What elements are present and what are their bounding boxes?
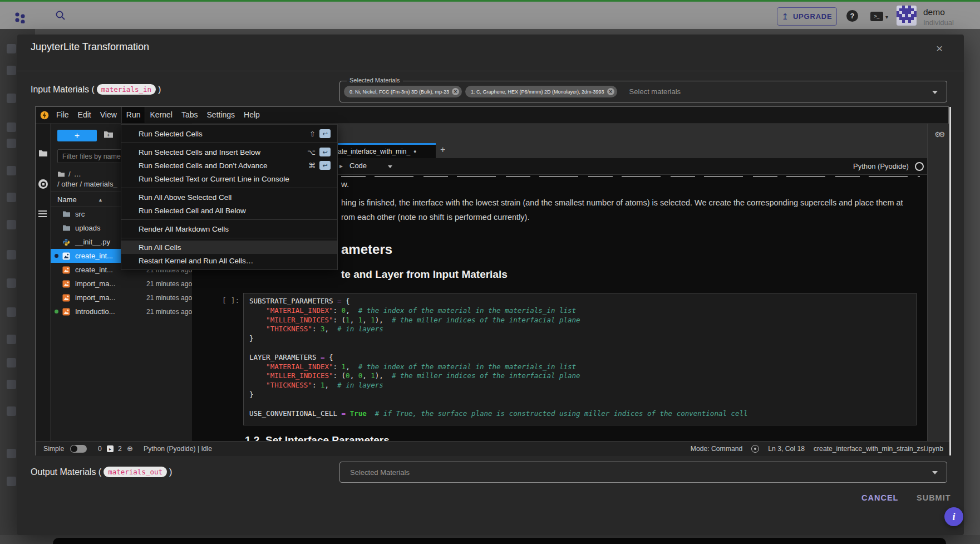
notifications-icon[interactable] — [751, 445, 759, 453]
web-icon[interactable]: ⊕ — [127, 444, 133, 453]
file-browser-icon[interactable] — [38, 149, 48, 158]
chevron-down-icon[interactable] — [932, 471, 938, 474]
menubar-item-edit[interactable]: Edit — [73, 107, 96, 123]
dimmed-sidebar-icon — [7, 44, 16, 53]
app-topbar: ↥ UPGRADE ? >_ ▾ demo Individual — [0, 2, 980, 29]
menubar-item-settings[interactable]: Settings — [203, 107, 240, 123]
app-screen: ↥ UPGRADE ? >_ ▾ demo Individual — [0, 0, 980, 544]
menubar-item-file[interactable]: File — [52, 107, 73, 123]
material-chips-row: 0: Ni, Nickel, FCC (Fm-3m) 3D (Bulk), mp… — [340, 86, 620, 97]
sort-ascending-icon[interactable]: ▲ — [98, 197, 103, 203]
menubar-item-tabs[interactable]: Tabs — [177, 107, 203, 123]
dimmed-sidebar-icon — [7, 122, 16, 132]
property-inspector-icon[interactable]: ⚙⚙ — [934, 130, 943, 139]
simple-mode-toggle[interactable] — [70, 445, 87, 453]
menu-item-run-selected-cells-and-don-t-advance[interactable]: Run Selected Cells and Don't Advance⌘↩ — [121, 159, 337, 172]
modal-scrollbar[interactable] — [949, 107, 951, 455]
file-name: import_ma... — [75, 280, 115, 288]
menubar-item-kernel[interactable]: Kernel — [145, 107, 176, 123]
cell-type-caret-icon[interactable] — [388, 165, 392, 168]
right-sidebar: ⚙⚙ — [927, 124, 949, 441]
table-of-contents-icon[interactable] — [38, 210, 47, 217]
kernel-status-icon[interactable] — [915, 162, 924, 171]
file-row[interactable]: import_ma...21 minutes ago — [51, 277, 192, 291]
breadcrumb-ellipsis[interactable]: … — [74, 170, 81, 178]
menu-item-restart-kernel-and-run-all-cells-[interactable]: Restart Kernel and Run All Cells… — [121, 254, 337, 267]
mode-indicator[interactable]: Mode: Command — [691, 445, 742, 453]
notebook-icon — [62, 266, 71, 274]
dimmed-sidebar-icon — [7, 66, 16, 75]
menu-item-label: Restart Kernel and Run All Cells… — [139, 257, 253, 265]
close-icon[interactable]: × — [936, 42, 943, 54]
unsaved-dot-icon: ● — [413, 149, 416, 154]
file-row[interactable]: Introductio...21 minutes ago — [51, 305, 192, 318]
cancel-button[interactable]: CANCEL — [861, 493, 898, 502]
run-cell-icon[interactable]: ▸ — [339, 162, 343, 170]
menu-item-run-all-cells[interactable]: Run All Cells — [121, 241, 337, 254]
cursor-position[interactable]: Ln 3, Col 18 — [768, 445, 805, 453]
code-line: } — [249, 334, 254, 344]
avatar[interactable] — [897, 6, 917, 26]
console-caret-icon[interactable]: ▾ — [885, 14, 888, 20]
menu-item-run-selected-text-or-current-line-in-console[interactable]: Run Selected Text or Current Line in Con… — [121, 172, 337, 185]
console-icon[interactable]: >_ — [870, 12, 883, 21]
code-cell-editor[interactable]: SUBSTRATE_PARAMETERS = { "MATERIAL_INDEX… — [243, 293, 917, 425]
breadcrumb-path[interactable]: / other / materials_ — [57, 180, 117, 188]
file-row[interactable]: import_ma...21 minutes ago — [51, 291, 192, 305]
jupyterlite-logo-icon — [40, 111, 49, 120]
svg-text:+: + — [107, 133, 110, 138]
search-icon[interactable] — [55, 10, 66, 21]
running-sessions-icon[interactable] — [38, 179, 48, 189]
kernel-sessions-icon[interactable]: ▸ — [107, 445, 114, 452]
kernel-name[interactable]: Python (Pyodide) — [853, 162, 909, 170]
code-line: SUBSTRATE_PARAMETERS = { — [249, 297, 350, 306]
input-materials-label: Input Materials ( materials_in ) — [31, 84, 161, 95]
info-floating-button[interactable]: i — [944, 507, 963, 526]
name-column-header[interactable]: Name — [57, 195, 77, 204]
new-launcher-button[interactable]: + — [57, 130, 97, 141]
file-name: import_ma... — [75, 293, 115, 302]
selected-materials-select[interactable]: Selected Materials 0: Ni, Nickel, FCC (F… — [339, 81, 947, 102]
jupyter-menubar: FileEditViewRunKernelTabsSettingsHelp — [36, 107, 948, 124]
menubar-item-run[interactable]: Run — [121, 107, 146, 123]
new-tab-button[interactable]: + — [440, 145, 445, 155]
new-folder-icon[interactable]: + — [104, 130, 114, 139]
breadcrumb[interactable]: / … — [57, 170, 81, 178]
menu-item-run-all-above-selected-cell[interactable]: Run All Above Selected Cell — [121, 190, 337, 204]
menu-item-run-selected-cells-and-insert-below[interactable]: Run Selected Cells and Insert Below⌥↩ — [121, 145, 337, 159]
chevron-down-icon[interactable] — [932, 91, 938, 94]
breadcrumb-path-text: / other / materials_ — [57, 180, 117, 188]
menu-separator — [121, 143, 337, 143]
dimmed-sidebar-icon — [7, 94, 16, 103]
menubar-item-help[interactable]: Help — [239, 107, 264, 123]
file-name: uploads — [75, 224, 101, 232]
dimmed-sidebar-icon — [7, 335, 16, 344]
materials-out-chip: materials_out — [104, 467, 167, 477]
menu-item-run-selected-cells[interactable]: Run Selected Cells⇧↩ — [121, 127, 337, 140]
submit-button[interactable]: SUBMIT — [917, 493, 951, 502]
kernels-count[interactable]: 2 — [118, 445, 122, 453]
brand-logo-icon[interactable] — [14, 11, 26, 23]
menu-item-label: Run All Above Selected Cell — [139, 193, 232, 202]
help-icon[interactable]: ? — [846, 10, 858, 22]
remove-chip-icon[interactable]: × — [607, 88, 614, 95]
dialog-divider — [17, 71, 964, 71]
simple-mode-label: Simple — [43, 445, 64, 453]
output-materials-select[interactable]: Selected Materials — [339, 462, 947, 483]
kernel-status-label[interactable]: Python (Pyodide) | Idle — [144, 445, 212, 453]
remove-chip-icon[interactable]: × — [452, 88, 459, 95]
modifier-key-icon: ⌥ — [307, 148, 316, 156]
user-name[interactable]: demo — [923, 7, 945, 17]
material-chip-label: 1: C, Graphene, HEX (P6/mmm) 2D (Monolay… — [471, 89, 604, 95]
code-line: "MILLER_INDICES": (0, 0, 1), # the mille… — [249, 371, 580, 381]
dimmed-sidebar-icon — [7, 250, 16, 259]
menu-item-render-all-markdown-cells[interactable]: Render All Markdown Cells — [121, 222, 337, 236]
cell-type-dropdown[interactable]: Code — [349, 161, 367, 170]
upgrade-button[interactable]: ↥ UPGRADE — [777, 7, 837, 26]
terminals-count[interactable]: 0 — [98, 445, 102, 453]
home-folder-icon[interactable] — [57, 171, 65, 178]
material-chip[interactable]: 1: C, Graphene, HEX (P6/mmm) 2D (Monolay… — [465, 86, 617, 97]
material-chip[interactable]: 0: Ni, Nickel, FCC (Fm-3m) 3D (Bulk), mp… — [344, 86, 462, 97]
menu-item-run-selected-cell-and-all-below[interactable]: Run Selected Cell and All Below — [121, 204, 337, 217]
menubar-item-view[interactable]: View — [96, 107, 121, 123]
